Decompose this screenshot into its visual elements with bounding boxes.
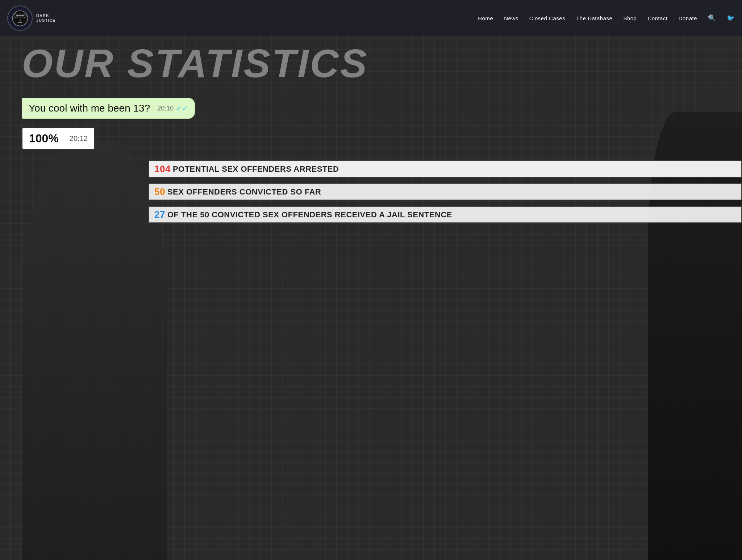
chat-meta: 20:10 ✓✓ [157, 104, 188, 113]
stat-jailed: 27 OF THE 50 CONVICTED SEX OFFENDERS REC… [149, 206, 742, 223]
stat-convicted-text: SEX OFFENDERS CONVICTED SO FAR [167, 187, 321, 197]
statistics-area: 104 POTENTIAL SEX OFFENDERS ARRESTED 50 … [149, 160, 742, 223]
stat-convicted: 50 SEX OFFENDERS CONVICTED SO FAR [149, 183, 742, 200]
stat-arrested: 104 POTENTIAL SEX OFFENDERS ARRESTED [149, 160, 742, 177]
stat-convicted-number: 50 [154, 186, 165, 197]
nav-item-donate[interactable]: Donate [679, 15, 697, 21]
chat-read-bubble: 100% 20:12 [22, 128, 95, 150]
nav-item-contact[interactable]: Contact [647, 15, 667, 21]
nav-item-closed-cases[interactable]: Closed Cases [529, 15, 565, 21]
nav-item-the-database[interactable]: The Database [576, 15, 612, 21]
stat-arrested-text: POTENTIAL SEX OFFENDERS ARRESTED [173, 164, 339, 174]
logo-area[interactable]: DARK JUSTICE [7, 5, 55, 31]
chat-time-1: 20:10 [157, 105, 174, 112]
chat-read-percent: 100% [29, 132, 59, 145]
twitter-icon[interactable]: 🐦 [727, 14, 735, 22]
chat-read-time: 20:12 [70, 134, 88, 143]
site-name: DARK JUSTICE [36, 13, 55, 23]
stat-jailed-number: 27 [154, 209, 165, 220]
search-icon[interactable]: 🔍 [708, 14, 716, 22]
stat-jailed-text: OF THE 50 CONVICTED SEX OFFENDERS RECEIV… [167, 210, 452, 220]
chat-bubbles: You cool with me been 13? 20:10 ✓✓ 100% … [22, 98, 742, 150]
hero-title: OUR STATISTICS [22, 43, 742, 83]
chat-message-text: You cool with me been 13? [29, 103, 150, 114]
stat-arrested-number: 104 [154, 163, 171, 175]
site-header: DARK JUSTICE Home News Closed Cases The … [0, 0, 742, 36]
nav-item-news[interactable]: News [504, 15, 518, 21]
nav-item-home[interactable]: Home [478, 15, 493, 21]
main-nav: Home News Closed Cases The Database Shop… [478, 14, 735, 22]
chat-message-bubble: You cool with me been 13? 20:10 ✓✓ [22, 98, 195, 119]
logo-icon [7, 5, 33, 31]
nav-item-shop[interactable]: Shop [623, 15, 637, 21]
hero-section: OUR STATISTICS You cool with me been 13?… [0, 0, 742, 560]
hero-content: OUR STATISTICS You cool with me been 13?… [0, 0, 742, 560]
chat-checkmarks: ✓✓ [176, 104, 188, 113]
